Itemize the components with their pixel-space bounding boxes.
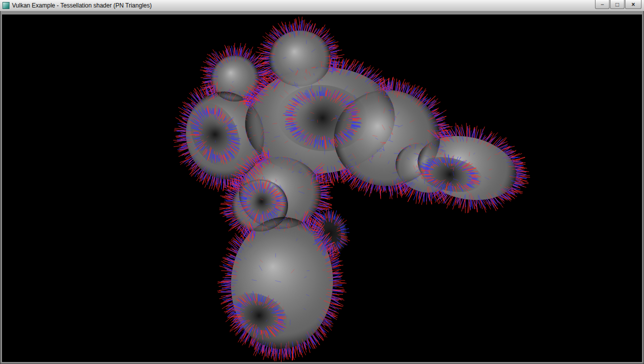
titlebar[interactable]: Vulkan Example - Tessellation shader (PN… <box>0 0 644 11</box>
app-window: Vulkan Example - Tessellation shader (PN… <box>0 0 644 364</box>
minimize-button[interactable]: − <box>595 0 610 9</box>
close-icon: × <box>632 1 635 8</box>
maximize-button[interactable]: □ <box>610 0 624 9</box>
render-viewport[interactable] <box>2 14 642 362</box>
window-controls: − □ × <box>595 0 642 9</box>
maximize-icon: □ <box>616 1 619 8</box>
app-icon <box>2 2 10 9</box>
close-button[interactable]: × <box>625 0 642 9</box>
minimize-icon: − <box>600 1 604 8</box>
vulkan-render-canvas[interactable] <box>2 14 642 362</box>
window-frame <box>0 11 644 14</box>
window-title: Vulkan Example - Tessellation shader (PN… <box>12 2 152 9</box>
